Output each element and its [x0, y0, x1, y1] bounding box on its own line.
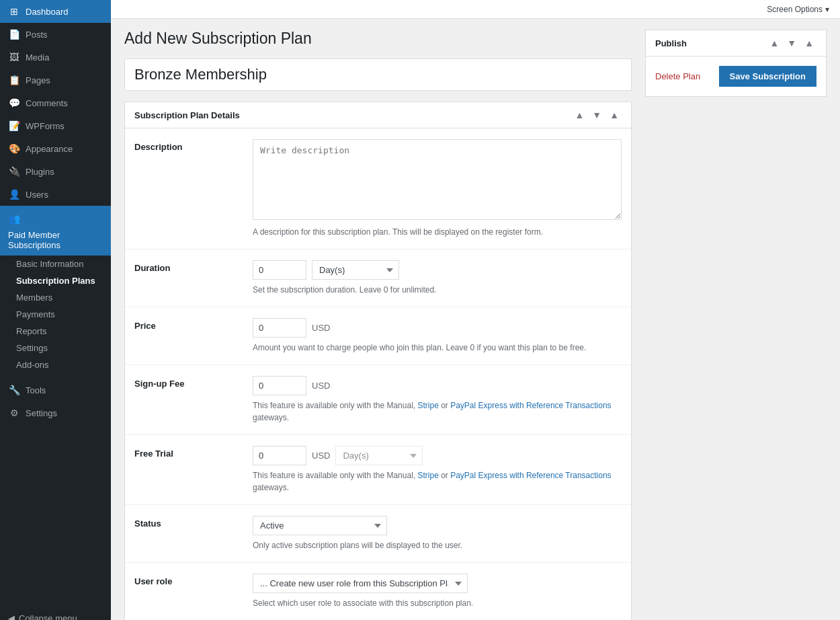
publish-up-button[interactable]: ▲	[767, 37, 782, 49]
user-role-select[interactable]: ... Create new user role from this Subsc…	[253, 574, 468, 593]
price-hint: Amount you want to charge people who joi…	[253, 342, 622, 354]
publish-controls: ▲ ▼ ▲	[767, 37, 816, 49]
user-role-row: User role ... Create new user role from …	[125, 563, 631, 620]
sidebar-item-paid-member[interactable]: 👥 Paid Member Subscriptions	[0, 206, 111, 256]
sidebar-sub-subscription-plans[interactable]: Subscription Plans	[0, 272, 111, 289]
signup-fee-number-input[interactable]	[253, 376, 306, 395]
paid-member-icon: 👥	[8, 212, 20, 225]
description-field: A description for this subscription plan…	[253, 139, 622, 238]
price-field: USD Amount you want to charge people who…	[253, 318, 622, 354]
signup-fee-label: Sign-up Fee	[134, 376, 242, 424]
sidebar-sub-payments[interactable]: Payments	[0, 306, 111, 323]
page-title: Add New Subscription Plan	[124, 30, 632, 48]
status-label: Status	[134, 516, 242, 551]
sidebar-item-users[interactable]: 👤 Users	[0, 183, 111, 206]
price-currency: USD	[312, 323, 330, 333]
users-icon: 👤	[8, 188, 20, 200]
description-textarea[interactable]	[253, 139, 622, 220]
sidebar-item-posts[interactable]: 📄 Posts	[0, 23, 111, 46]
free-trial-number-input[interactable]	[253, 446, 306, 465]
duration-input-row: Day(s) Week(s) Month(s) Year(s)	[253, 260, 622, 280]
metabox-title: Subscription Plan Details	[134, 110, 240, 120]
sidebar-item-tools[interactable]: 🔧 Tools	[0, 379, 111, 401]
status-row: Status Active Inactive Only active subsc…	[125, 505, 631, 563]
signup-fee-hint: This feature is available only with the …	[253, 399, 622, 424]
main-column: Add New Subscription Plan Subscription P…	[124, 30, 632, 620]
tools-icon: 🔧	[8, 384, 20, 396]
top-bar: Screen Options ▾	[111, 0, 840, 19]
metabox-down-button[interactable]: ▼	[589, 109, 604, 121]
free-trial-label: Free Trial	[134, 446, 242, 494]
duration-hint: Set the subscription duration. Leave 0 f…	[253, 284, 622, 296]
price-input-row: USD	[253, 318, 622, 338]
signup-fee-row: Sign-up Fee USD This feature is availabl…	[125, 365, 631, 435]
collapse-icon: ◀	[8, 613, 15, 620]
duration-number-input[interactable]	[253, 260, 306, 280]
metabox-close-button[interactable]: ▲	[607, 109, 622, 121]
plan-title-input[interactable]	[124, 59, 632, 91]
description-hint: A description for this subscription plan…	[253, 226, 622, 238]
signup-fee-input-row: USD	[253, 376, 622, 395]
status-hint: Only active subscription plans will be d…	[253, 539, 622, 551]
settings-icon: ⚙	[8, 407, 20, 419]
collapse-menu[interactable]: ◀ Collapse menu	[0, 605, 111, 620]
subscription-plan-details-metabox: Subscription Plan Details ▲ ▼ ▲ Descript…	[124, 102, 632, 620]
sidebar-sub-basic-information[interactable]: Basic Information	[0, 256, 111, 272]
duration-row: Duration Day(s) Week(s) Month(s) Year(s)…	[125, 249, 631, 307]
user-role-field: ... Create new user role from this Subsc…	[253, 574, 622, 609]
free-trial-currency: USD	[312, 451, 330, 461]
duration-label: Duration	[134, 260, 242, 296]
sidebar-item-appearance[interactable]: 🎨 Appearance	[0, 137, 111, 160]
description-label: Description	[134, 139, 242, 238]
metabox-controls: ▲ ▼ ▲	[572, 109, 622, 121]
sidebar-item-wpforms[interactable]: 📝 WPForms	[0, 114, 111, 137]
free-trial-days-select[interactable]: Day(s) Week(s) Month(s) Year(s)	[335, 446, 423, 465]
status-select[interactable]: Active Inactive	[253, 516, 387, 535]
signup-fee-paypal-link[interactable]: PayPal Express with Reference Transactio…	[450, 401, 611, 410]
sidebar-sub-add-ons[interactable]: Add-ons	[0, 356, 111, 373]
sidebar-sub-reports[interactable]: Reports	[0, 323, 111, 340]
description-row: Description A description for this subsc…	[125, 128, 631, 249]
wpforms-icon: 📝	[8, 120, 20, 132]
media-icon: 🖼	[8, 51, 20, 63]
free-trial-paypal-link[interactable]: PayPal Express with Reference Transactio…	[450, 471, 611, 480]
comments-icon: 💬	[8, 97, 20, 109]
publish-header: Publish ▲ ▼ ▲	[646, 30, 826, 56]
signup-fee-field: USD This feature is available only with …	[253, 376, 622, 424]
metabox-header: Subscription Plan Details ▲ ▼ ▲	[125, 102, 631, 128]
publish-down-button[interactable]: ▼	[784, 37, 799, 49]
sidebar-sub-settings[interactable]: Settings	[0, 340, 111, 356]
save-subscription-button[interactable]: Save Subscription	[719, 66, 816, 87]
free-trial-hint: This feature is available only with the …	[253, 469, 622, 494]
price-number-input[interactable]	[253, 318, 306, 338]
content-area: Add New Subscription Plan Subscription P…	[111, 19, 840, 620]
sidebar-item-media[interactable]: 🖼 Media	[0, 46, 111, 69]
plugins-icon: 🔌	[8, 165, 20, 178]
sidebar-item-plugins[interactable]: 🔌 Plugins	[0, 160, 111, 183]
signup-fee-currency: USD	[312, 381, 330, 391]
sidebar-item-settings[interactable]: ⚙ Settings	[0, 401, 111, 424]
pages-icon: 📋	[8, 74, 20, 86]
free-trial-field: USD Day(s) Week(s) Month(s) Year(s) This…	[253, 446, 622, 494]
metabox-up-button[interactable]: ▲	[572, 109, 587, 121]
signup-fee-stripe-link[interactable]: Stripe	[417, 401, 438, 410]
price-row: Price USD Amount you want to charge peop…	[125, 307, 631, 365]
sidebar-item-pages[interactable]: 📋 Pages	[0, 69, 111, 91]
sidebar-item-dashboard[interactable]: ⊞ Dashboard	[0, 0, 111, 23]
free-trial-stripe-link[interactable]: Stripe	[417, 471, 438, 480]
publish-title: Publish	[655, 38, 687, 48]
publish-close-button[interactable]: ▲	[802, 37, 816, 49]
free-trial-row: Free Trial USD Day(s) Week(s) Month(s) Y…	[125, 435, 631, 505]
screen-options-button[interactable]: Screen Options ▾	[767, 5, 829, 14]
appearance-icon: 🎨	[8, 143, 20, 155]
sidebar: ⊞ Dashboard 📄 Posts 🖼 Media 📋 Pages 💬 Co…	[0, 0, 111, 620]
delete-plan-link[interactable]: Delete Plan	[655, 71, 700, 81]
sidebar-item-comments[interactable]: 💬 Comments	[0, 91, 111, 114]
free-trial-input-row: USD Day(s) Week(s) Month(s) Year(s)	[253, 446, 622, 465]
price-label: Price	[134, 318, 242, 354]
sidebar-sub-members[interactable]: Members	[0, 289, 111, 306]
posts-icon: 📄	[8, 28, 20, 40]
chevron-down-icon: ▾	[825, 5, 829, 14]
duration-unit-select[interactable]: Day(s) Week(s) Month(s) Year(s)	[312, 260, 399, 280]
status-field: Active Inactive Only active subscription…	[253, 516, 622, 551]
